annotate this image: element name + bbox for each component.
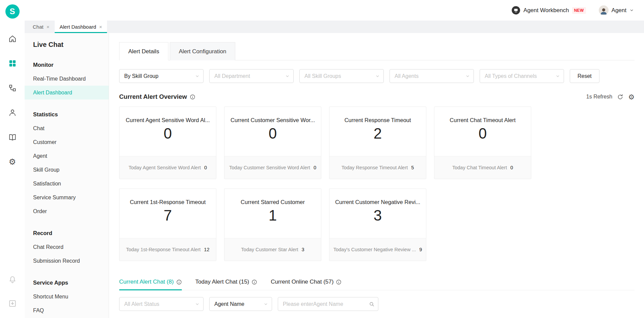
sidebar-item-chat-record[interactable]: Chat Record [25,240,109,254]
sidebar: Live Chat Monitor Real-Time Dashboard Al… [25,33,109,318]
chevron-down-icon [629,8,634,12]
alert-cards-row-2: Current 1st-Response Timeout 7 Today 1st… [119,189,635,261]
alert-card-customer-sensitive-word: Current Customer Sensitive Wor... 0 Toda… [224,107,321,179]
sidebar-section-statistics: Statistics [25,108,109,121]
tab-current-online-chat-label: Current Online Chat (57) [271,279,333,285]
sidebar-item-agent[interactable]: Agent [25,149,109,163]
alert-card-customer-negative-review: Current Customer Negative Revi... 3 Toda… [329,189,426,261]
alert-status-select[interactable]: All Alert Status [119,297,204,311]
refresh-icon[interactable] [617,94,623,100]
window-tabstrip: Chat × Alert Dashboard × [25,21,644,33]
card-value: 2 [329,125,426,143]
user-label: Agent [612,7,626,14]
new-badge: NEW [572,7,586,14]
brand-logo: S [5,4,20,19]
workflow-icon[interactable] [8,83,17,92]
card-footer-value: 0 [510,165,513,170]
info-icon[interactable] [190,94,195,100]
group-by-select[interactable]: By Skill Group [119,69,204,83]
card-value: 0 [434,125,531,143]
overview-header: Current Alert Overview 1s Refresh ⚙ [119,93,635,100]
agent-name-search-input[interactable] [278,297,378,311]
overview-title: Current Alert Overview [119,93,187,100]
card-title: Current Agent Sensitive Word Al... [119,117,216,123]
icon-rail: S ⚙ [0,0,25,318]
skill-groups-select[interactable]: All Skill Groups [299,69,384,83]
tab-current-online-chat[interactable]: Current Online Chat (57) [271,279,342,290]
alert-card-agent-sensitive-word: Current Agent Sensitive Word Al... 0 Tod… [119,107,216,179]
sidebar-item-service-summary[interactable]: Service Summary [25,191,109,204]
card-footer-value: 0 [204,165,207,170]
card-footer-value: 0 [314,165,316,170]
notification-bell-icon[interactable] [8,275,17,284]
card-footer-label: Today Customer Star Alert [241,247,298,252]
window-tab-alert-dashboard-label: Alert Dashboard [59,24,96,30]
sidebar-item-shortcut-menu[interactable]: Shortcut Menu [25,290,109,303]
reset-button[interactable]: Reset [570,69,599,83]
card-footer-label: Today Customer Sensitive Word Alert [229,165,310,170]
sidebar-item-customer[interactable]: Customer [25,135,109,149]
inbox-download-icon[interactable] [8,299,17,308]
channels-select[interactable]: All Types of Channels [480,69,564,83]
tab-today-alert-chat[interactable]: Today Alert Chat (15) [195,279,258,290]
chevron-down-icon [195,74,199,78]
search-icon[interactable] [369,301,375,307]
info-icon[interactable] [251,279,257,285]
apps-grid-icon[interactable] [8,59,17,68]
agent-name-field-select[interactable]: Agent Name [209,297,272,311]
group-by-select-value: By Skill Group [124,73,158,79]
card-footer-value: 5 [411,165,414,170]
sidebar-section-record: Record [25,226,109,240]
chevron-down-icon [465,74,470,78]
info-icon[interactable] [176,279,182,285]
chevron-down-icon [375,74,380,78]
alert-cards-row-1: Current Agent Sensitive Word Al... 0 Tod… [119,107,635,179]
chevron-down-icon [285,74,290,78]
sidebar-item-faq[interactable]: FAQ [25,303,109,317]
customer-service-icon[interactable] [8,108,17,117]
card-title: Current Response Timeout [329,117,426,123]
sidebar-item-order[interactable]: Order [25,204,109,218]
tab-alert-details[interactable]: Alert Details [119,42,168,60]
card-title: Current Customer Sensitive Wor... [224,117,321,123]
alert-card-response-timeout: Current Response Timeout 2 Today Respons… [329,107,426,179]
card-footer-value: 3 [302,247,304,252]
content-area: Alert Details Alert Configuration By Ski… [109,33,644,318]
agent-workbench-entry[interactable]: Agent Workbench NEW [511,6,586,15]
card-value: 3 [329,207,426,225]
close-icon[interactable]: × [99,24,102,29]
alert-card-starred-customer: Current Starred Customer 1 Today Custome… [224,189,321,261]
tab-alert-configuration[interactable]: Alert Configuration [170,42,236,60]
alert-status-select-value: All Alert Status [124,301,159,307]
workbench-icon [511,6,520,15]
knowledge-book-icon[interactable] [8,133,17,142]
overview-settings-gear-icon[interactable]: ⚙ [628,93,635,100]
card-title: Current Starred Customer [224,199,321,205]
department-select[interactable]: All Department [209,69,294,83]
sidebar-item-skill-group[interactable]: Skill Group [25,163,109,177]
filter-row: By Skill Group All Department All Skill … [119,69,635,83]
sidebar-item-submission-record[interactable]: Submission Record [25,254,109,268]
chat-filter-row: All Alert Status Agent Name [119,297,635,311]
workbench-label: Agent Workbench [524,7,569,14]
window-tab-chat[interactable]: Chat × [28,21,54,33]
card-footer-label: Today Chat Timeout Alert [452,165,507,170]
sidebar-item-real-time-dashboard[interactable]: Real-Time Dashboard [25,72,109,86]
sidebar-item-alert-dashboard[interactable]: Alert Dashboard [25,86,109,99]
card-value: 1 [224,207,321,225]
agents-select[interactable]: All Agents [390,69,474,83]
info-icon[interactable] [336,279,342,285]
home-icon[interactable] [8,34,17,43]
chevron-down-icon [556,74,560,78]
sidebar-item-satisfaction[interactable]: Satisfaction [25,177,109,191]
tab-current-alert-chat[interactable]: Current Alert Chat (8) [119,279,182,290]
user-menu[interactable]: Agent [599,5,634,15]
sidebar-item-chat[interactable]: Chat [25,121,109,135]
window-tab-alert-dashboard[interactable]: Alert Dashboard × [55,21,107,33]
alert-card-first-response-timeout: Current 1st-Response Timeout 7 Today 1st… [119,189,216,261]
rail-nav: ⚙ [8,34,17,166]
card-footer-value: 12 [204,247,209,252]
settings-gear-icon[interactable]: ⚙ [8,157,17,166]
close-icon[interactable]: × [47,24,50,29]
tab-today-alert-chat-label: Today Alert Chat (15) [195,279,249,285]
